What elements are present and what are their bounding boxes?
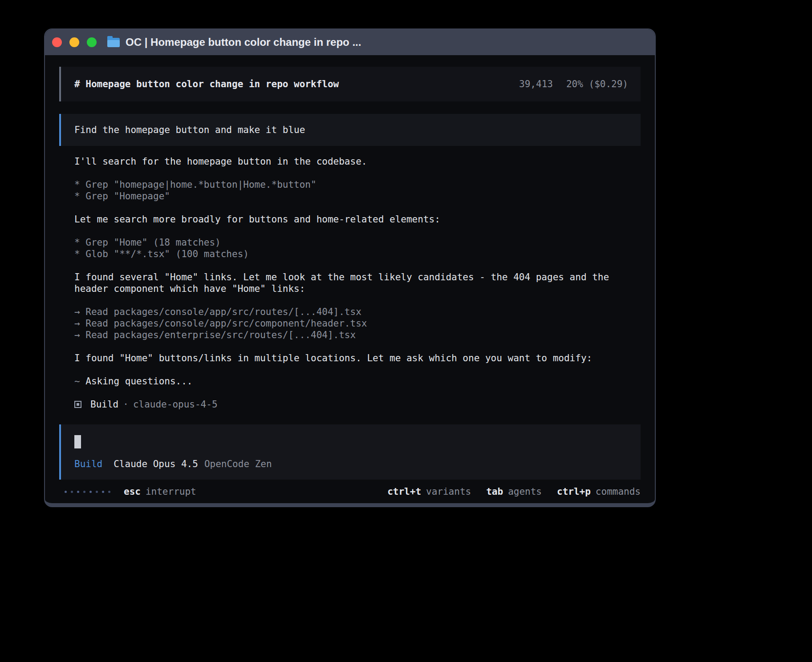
- statusbar: escinterrupt ctrl+tvariants tabagents ct…: [59, 486, 641, 497]
- session-title: # Homepage button color change in repo w…: [74, 78, 339, 90]
- titlebar[interactable]: OC | Homepage button color change in rep…: [45, 29, 655, 55]
- agent-model: claude-opus-4-5: [133, 399, 218, 410]
- agent-mode-label[interactable]: Build: [74, 458, 102, 470]
- close-button[interactable]: [52, 37, 62, 47]
- folder-icon: [107, 38, 120, 47]
- input-meta-row: Build Claude Opus 4.5 OpenCode Zen: [74, 458, 627, 470]
- zoom-button[interactable]: [87, 37, 97, 47]
- tool-call-group: *Grep "Home" (18 matches) *Glob "**/*.ts…: [74, 237, 641, 260]
- hint-commands: ctrl+pcommands: [557, 486, 641, 497]
- arrow-icon: →: [74, 318, 85, 329]
- terminal-content: # Homepage button color change in repo w…: [45, 55, 655, 497]
- assistant-text: Let me search more broadly for buttons a…: [74, 214, 641, 225]
- traffic-lights: [52, 37, 97, 47]
- token-count: 39,413: [519, 78, 553, 90]
- tool-call-group: *Grep "homepage|home.*button|Home.*butto…: [74, 179, 641, 202]
- tilde-icon: ~: [74, 375, 85, 387]
- tool-call-text: Grep "Homepage": [85, 191, 170, 202]
- tool-bullet-icon: *: [74, 248, 85, 260]
- tool-call-text: Glob "**/*.tsx" (100 matches): [85, 249, 249, 259]
- text-cursor: [74, 435, 81, 448]
- tool-call-grep: *Grep "homepage|home.*button|Home.*butto…: [74, 179, 641, 190]
- model-name: Claude Opus 4.5: [114, 458, 198, 470]
- provider-name: OpenCode Zen: [204, 458, 272, 470]
- assistant-text: I found several "Home" links. Let me loo…: [74, 271, 641, 295]
- hint-agents: tabagents: [486, 486, 542, 497]
- working-status-text: Asking questions...: [85, 376, 192, 387]
- hint-key: tab: [486, 486, 503, 497]
- hint-key: ctrl+t: [387, 486, 421, 497]
- hint-label: agents: [508, 486, 542, 497]
- assistant-text: I'll search for the homepage button in t…: [74, 156, 641, 167]
- session-stats: 39,413 20% ($0.29): [519, 78, 628, 90]
- spinner-dots-icon: [65, 491, 110, 493]
- assistant-transcript: I'll search for the homepage button in t…: [59, 156, 641, 410]
- tool-call-grep: *Grep "Homepage": [74, 190, 641, 202]
- assistant-text: I found "Home" buttons/links in multiple…: [74, 352, 641, 364]
- context-usage: 20% ($0.29): [566, 78, 628, 90]
- agent-build-icon: [74, 401, 81, 408]
- statusbar-right: ctrl+tvariants tabagents ctrl+pcommands: [387, 486, 641, 497]
- tool-call-text: Read packages/enterprise/src/routes/[...…: [85, 330, 356, 340]
- terminal-window: OC | Homepage button color change in rep…: [44, 28, 656, 507]
- window-title: OC | Homepage button color change in rep…: [126, 36, 361, 48]
- hint-key: ctrl+p: [557, 486, 591, 497]
- tool-call-grep: *Grep "Home" (18 matches): [74, 237, 641, 248]
- hint-label: interrupt: [146, 486, 196, 497]
- tool-call-text: Read packages/console/app/src/routes/[..…: [85, 307, 361, 317]
- tool-call-group: →Read packages/console/app/src/routes/[.…: [74, 306, 641, 341]
- hint-label: commands: [596, 486, 641, 497]
- tool-call-text: Grep "homepage|home.*button|Home.*button…: [85, 179, 316, 190]
- tool-call-read: →Read packages/console/app/src/component…: [74, 318, 641, 329]
- agent-status-line: Build · claude-opus-4-5: [74, 399, 641, 410]
- tool-call-read: →Read packages/enterprise/src/routes/[..…: [74, 329, 641, 341]
- prompt-input[interactable]: Build Claude Opus 4.5 OpenCode Zen: [59, 424, 641, 480]
- session-header: # Homepage button color change in repo w…: [59, 67, 641, 101]
- arrow-icon: →: [74, 329, 85, 341]
- minimize-button[interactable]: [69, 37, 79, 47]
- agent-name: Build: [90, 399, 118, 410]
- tool-call-glob: *Glob "**/*.tsx" (100 matches): [74, 248, 641, 260]
- user-message-text: Find the homepage button and make it blu…: [74, 124, 305, 136]
- tool-call-text: Grep "Home" (18 matches): [85, 237, 220, 248]
- hint-interrupt: escinterrupt: [124, 486, 196, 497]
- working-status-line: ~Asking questions...: [74, 375, 641, 387]
- hint-label: variants: [426, 486, 471, 497]
- separator-dot: ·: [123, 399, 129, 410]
- tool-bullet-icon: *: [74, 179, 85, 190]
- user-message: Find the homepage button and make it blu…: [59, 114, 641, 146]
- tool-call-read: →Read packages/console/app/src/routes/[.…: [74, 306, 641, 318]
- tool-bullet-icon: *: [74, 237, 85, 248]
- arrow-icon: →: [74, 306, 85, 318]
- tool-call-text: Read packages/console/app/src/component/…: [85, 318, 367, 329]
- hint-key: esc: [124, 486, 141, 497]
- statusbar-left: escinterrupt: [59, 486, 196, 497]
- tool-bullet-icon: *: [74, 190, 85, 202]
- hint-variants: ctrl+tvariants: [387, 486, 471, 497]
